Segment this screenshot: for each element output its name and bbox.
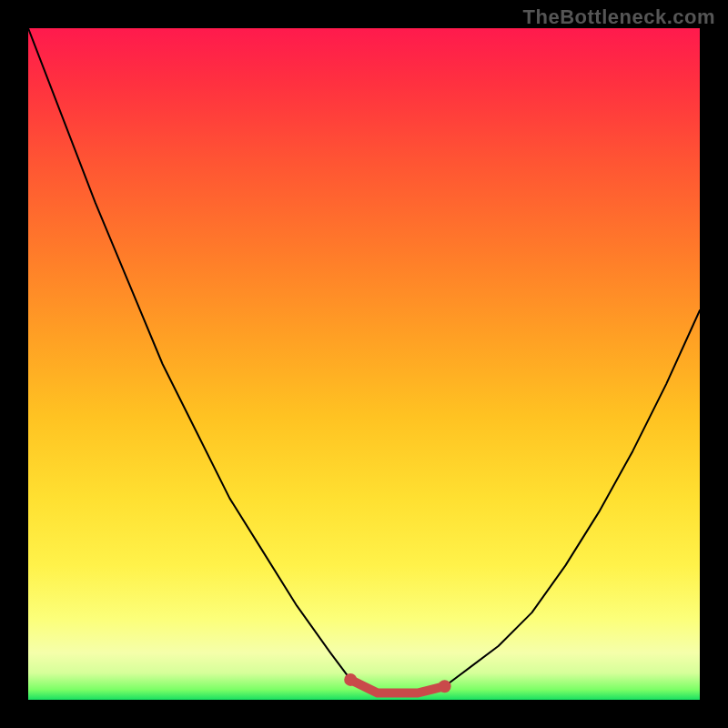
plot-area: [28, 28, 700, 700]
band-dot-left: [344, 673, 357, 686]
curve-layer: [28, 28, 700, 700]
main-curve: [28, 28, 700, 693]
bottom-band-path: [350, 680, 444, 693]
watermark-text: TheBottleneck.com: [523, 5, 715, 29]
chart-frame: TheBottleneck.com: [0, 0, 728, 728]
band-dot-right: [439, 680, 451, 693]
bottom-band: [344, 673, 450, 693]
